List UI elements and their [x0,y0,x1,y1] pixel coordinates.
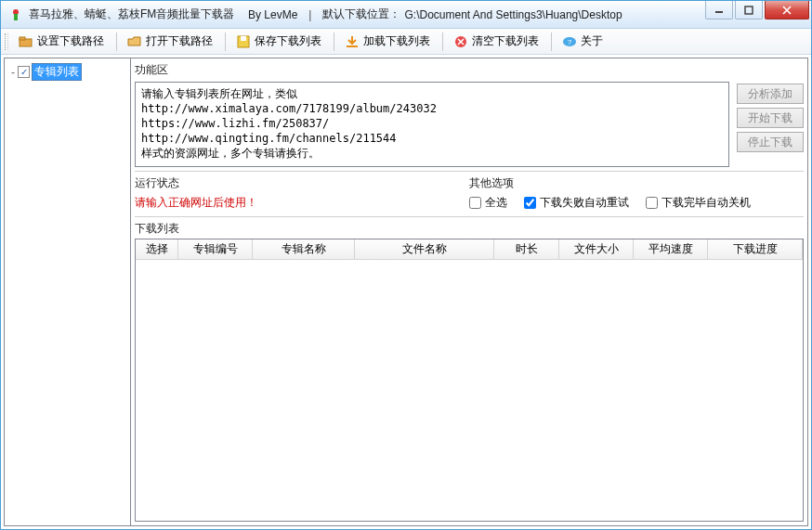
client-area: - 专辑列表 功能区 请输入专辑列表所在网址，类似 http://www.xim… [4,58,808,526]
tree-root-item[interactable]: - 专辑列表 [7,62,128,82]
toolbar: 设置下载路径 打开下载路径 保存下载列表 加载下载列表 清空下载列表 ? 关于 [1,29,811,55]
about-icon: ? [562,34,577,49]
col-file-size[interactable]: 文件大小 [559,239,634,259]
listview-body[interactable] [136,260,803,521]
about-button[interactable]: ? 关于 [556,31,609,52]
action-buttons: 分析添加 开始下载 停止下载 [737,82,804,167]
svg-rect-1 [14,14,18,20]
status-message: 请输入正确网址后使用！ [135,193,469,213]
toolbar-separator [442,32,443,51]
toolbar-grip [5,33,8,50]
titlebar-separator: | [308,8,311,21]
svg-rect-2 [715,11,723,13]
open-path-button[interactable]: 打开下载路径 [121,31,219,52]
col-file-name[interactable]: 文件名称 [355,239,494,259]
sidebar-tree[interactable]: - 专辑列表 [5,58,131,525]
folder-open-icon [127,34,142,49]
mid-row: 运行状态 请输入正确网址后使用！ 其他选项 全选 下载失败自动重试 [135,171,804,213]
list-title: 下载列表 [135,219,804,239]
col-select[interactable]: 选择 [136,239,178,259]
func-row: 请输入专辑列表所在网址，类似 http://www.ximalaya.com/7… [135,82,804,167]
func-section-title: 功能区 [135,60,804,80]
close-button[interactable] [765,1,809,19]
tree-root-label[interactable]: 专辑列表 [32,63,82,81]
set-path-button[interactable]: 设置下载路径 [12,31,111,52]
default-path-label: 默认下载位置： [322,6,400,22]
options-block: 其他选项 全选 下载失败自动重试 下载完毕自动关机 [469,174,804,213]
select-all-input[interactable] [469,197,481,209]
shutdown-input[interactable] [646,197,658,209]
toolbar-separator [225,32,226,51]
folder-gear-icon [19,34,33,49]
toolbar-separator [551,32,552,51]
col-duration[interactable]: 时长 [494,239,559,259]
col-avg-speed[interactable]: 平均速度 [634,239,708,259]
clear-list-button[interactable]: 清空下载列表 [447,31,545,52]
status-title: 运行状态 [135,174,469,193]
tree-toggle-icon[interactable]: - [8,66,18,79]
status-block: 运行状态 请输入正确网址后使用！ [135,174,469,213]
retry-checkbox[interactable]: 下载失败自动重试 [524,195,629,211]
clear-icon [453,34,468,49]
titlebar-text: 喜马拉雅、蜻蜓、荔枝FM音频批量下载器 By LevMe | 默认下载位置： G… [29,6,703,22]
main-panel: 功能区 请输入专辑列表所在网址，类似 http://www.ximalaya.c… [131,58,807,525]
analyze-button[interactable]: 分析添加 [737,84,804,104]
minimize-button[interactable] [705,1,733,19]
load-list-button[interactable]: 加载下载列表 [338,31,437,52]
select-all-checkbox[interactable]: 全选 [469,195,507,211]
save-icon [236,34,251,49]
list-area: 下载列表 选择 专辑编号 专辑名称 文件名称 时长 文件大小 平均速度 下载进度 [135,216,804,522]
app-icon [8,7,23,22]
save-list-button[interactable]: 保存下载列表 [229,31,328,52]
window-controls [703,1,809,21]
download-listview[interactable]: 选择 专辑编号 专辑名称 文件名称 时长 文件大小 平均速度 下载进度 [135,239,804,522]
url-input[interactable]: 请输入专辑列表所在网址，类似 http://www.ximalaya.com/7… [135,82,729,167]
options-title: 其他选项 [469,174,804,193]
tree-checkbox[interactable] [18,66,30,78]
default-path-value: G:\Document And Settings3\Huang\Desktop [404,8,622,21]
maximize-button[interactable] [735,1,763,19]
app-title: 喜马拉雅、蜻蜓、荔枝FM音频批量下载器 [29,6,234,22]
svg-rect-3 [745,6,753,14]
svg-rect-7 [241,36,246,41]
app-window: 喜马拉雅、蜻蜓、荔枝FM音频批量下载器 By LevMe | 默认下载位置： G… [0,0,812,530]
stop-download-button[interactable]: 停止下载 [737,132,804,152]
col-album-no[interactable]: 专辑编号 [178,239,253,259]
shutdown-checkbox[interactable]: 下载完毕自动关机 [646,195,751,211]
options-row: 全选 下载失败自动重试 下载完毕自动关机 [469,193,804,213]
start-download-button[interactable]: 开始下载 [737,108,804,128]
retry-input[interactable] [524,197,536,209]
listview-header: 选择 专辑编号 专辑名称 文件名称 时长 文件大小 平均速度 下载进度 [136,239,803,260]
toolbar-separator [116,32,117,51]
app-author: By LevMe [248,8,297,21]
svg-rect-5 [20,37,25,40]
load-icon [345,34,360,49]
svg-text:?: ? [568,38,572,46]
toolbar-separator [334,32,334,51]
titlebar[interactable]: 喜马拉雅、蜻蜓、荔枝FM音频批量下载器 By LevMe | 默认下载位置： G… [1,1,811,29]
svg-rect-8 [347,45,358,47]
col-album-name[interactable]: 专辑名称 [253,239,355,259]
col-progress[interactable]: 下载进度 [708,239,803,259]
